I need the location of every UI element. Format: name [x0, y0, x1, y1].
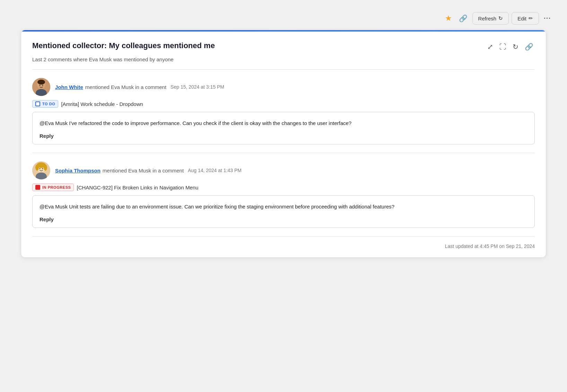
svg-point-10 — [44, 164, 47, 171]
comment-box-1: @Eva Musk I've refactored the code to im… — [32, 112, 535, 144]
comment-meta-2: Sophia Thompson mentioned Eva Musk in a … — [55, 168, 242, 173]
card-refresh-icon[interactable]: ↻ — [511, 41, 520, 52]
page-wrapper: ★ 🔗 Refresh ↻ Edit ✏ ··· Mentioned colle… — [7, 7, 560, 392]
svg-point-4 — [40, 85, 41, 86]
avatar-john — [32, 78, 50, 96]
comment-meta-1: John White mentioned Eva Musk in a comme… — [55, 84, 224, 90]
star-button[interactable]: ★ — [443, 12, 454, 25]
avatar-sophia — [32, 161, 50, 179]
card-title: Mentioned collector: My colleagues menti… — [32, 41, 215, 50]
refresh-button[interactable]: Refresh ↻ — [472, 12, 509, 25]
reply-button-2[interactable]: Reply — [40, 216, 54, 222]
shrink-icon[interactable]: ⤢ — [486, 41, 495, 52]
comment-item-2: Sophia Thompson mentioned Eva Musk in a … — [21, 153, 546, 236]
john-avatar-svg — [32, 78, 50, 96]
comment-action-2: mentioned Eva Musk in a comment — [103, 168, 184, 173]
svg-point-5 — [42, 85, 43, 86]
comment-timestamp-1: Sep 15, 2024 at 3:15 PM — [171, 84, 224, 90]
task-ref-2: IN PROGRESS [CHANGC-922] Fix Broken Link… — [32, 184, 535, 191]
comment-item: John White mentioned Eva Musk in a comme… — [21, 70, 546, 153]
card-header: Mentioned collector: My colleagues menti… — [21, 32, 546, 56]
comment-header-1: John White mentioned Eva Musk in a comme… — [32, 78, 535, 96]
svg-point-12 — [40, 168, 41, 169]
reply-button-1[interactable]: Reply — [40, 133, 54, 139]
todo-icon — [35, 101, 40, 106]
refresh-icon: ↻ — [498, 15, 503, 21]
comment-box-2: @Eva Musk Unit tests are failing due to … — [32, 195, 535, 228]
card-link-icon[interactable]: 🔗 — [523, 41, 535, 52]
todo-label: TO DO — [42, 102, 55, 106]
inprogress-icon — [35, 185, 40, 190]
card-footer: Last updated at 4:45 PM on Sep 21, 2024 — [21, 237, 546, 257]
inprogress-label: IN PROGRESS — [42, 185, 71, 189]
task-ref-1: TO DO [Amrita] Work schedule - Dropdown — [32, 100, 535, 108]
edit-icon: ✏ — [529, 15, 533, 21]
link-button[interactable]: 🔗 — [457, 12, 470, 25]
comment-header-2: Sophia Thompson mentioned Eva Musk in a … — [32, 161, 535, 179]
comment-timestamp-2: Aug 14, 2024 at 1:43 PM — [188, 168, 242, 173]
refresh-label: Refresh — [478, 16, 497, 21]
sophia-avatar-svg — [32, 161, 50, 179]
comment-text-2: @Eva Musk Unit tests are failing due to … — [40, 203, 527, 211]
svg-point-9 — [35, 164, 39, 171]
commenter-name-john[interactable]: John White — [55, 84, 83, 90]
last-updated: Last updated at 4:45 PM on Sep 21, 2024 — [445, 243, 535, 249]
more-button[interactable]: ··· — [542, 13, 553, 24]
edit-button[interactable]: Edit ✏ — [512, 12, 539, 25]
expand-icon[interactable]: ⛶ — [498, 42, 508, 52]
main-card: Mentioned collector: My colleagues menti… — [21, 30, 546, 258]
comment-text-1: @Eva Musk I've refactored the code to im… — [40, 119, 527, 127]
svg-point-2 — [37, 80, 45, 84]
comment-action-1: mentioned Eva Musk in a comment — [85, 84, 166, 90]
status-badge-todo: TO DO — [32, 100, 58, 108]
svg-point-13 — [42, 168, 43, 169]
task-link-1[interactable]: [Amrita] Work schedule - Dropdown — [61, 101, 143, 107]
toolbar: ★ 🔗 Refresh ↻ Edit ✏ ··· — [7, 7, 560, 30]
card-subtitle: Last 2 comments where Eva Musk was menti… — [21, 56, 546, 69]
task-link-2[interactable]: [CHANGC-922] Fix Broken Links in Navigat… — [77, 185, 198, 190]
status-badge-inprogress: IN PROGRESS — [32, 184, 74, 191]
edit-label: Edit — [517, 16, 526, 21]
commenter-name-sophia[interactable]: Sophia Thompson — [55, 168, 101, 173]
card-header-icons: ⤢ ⛶ ↻ 🔗 — [486, 41, 535, 52]
